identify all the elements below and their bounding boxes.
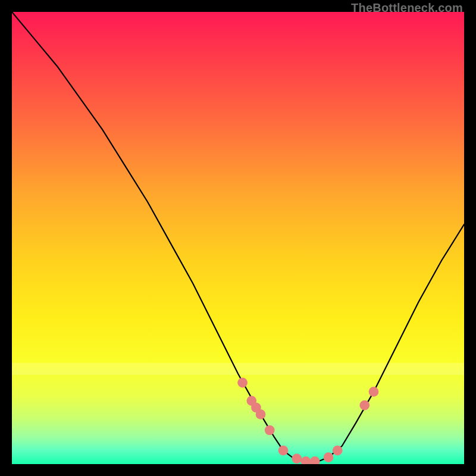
marker-dot xyxy=(251,403,261,413)
marker-dot xyxy=(256,409,266,419)
chart-svg xyxy=(12,12,464,464)
marker-dot xyxy=(278,446,289,456)
marker-dot xyxy=(237,378,248,388)
marker-dot xyxy=(359,400,369,411)
marker-dot xyxy=(246,396,256,406)
highlight-band xyxy=(12,363,464,375)
marker-dot xyxy=(301,456,311,464)
marker-dot xyxy=(369,387,379,397)
marker-dot xyxy=(292,454,302,464)
marker-dot xyxy=(324,452,334,462)
curve-markers xyxy=(237,378,378,464)
chart-area xyxy=(12,12,464,464)
marker-dot xyxy=(265,425,275,436)
marker-dot xyxy=(310,456,320,464)
marker-dot xyxy=(333,446,343,456)
bottleneck-curve xyxy=(12,12,464,462)
